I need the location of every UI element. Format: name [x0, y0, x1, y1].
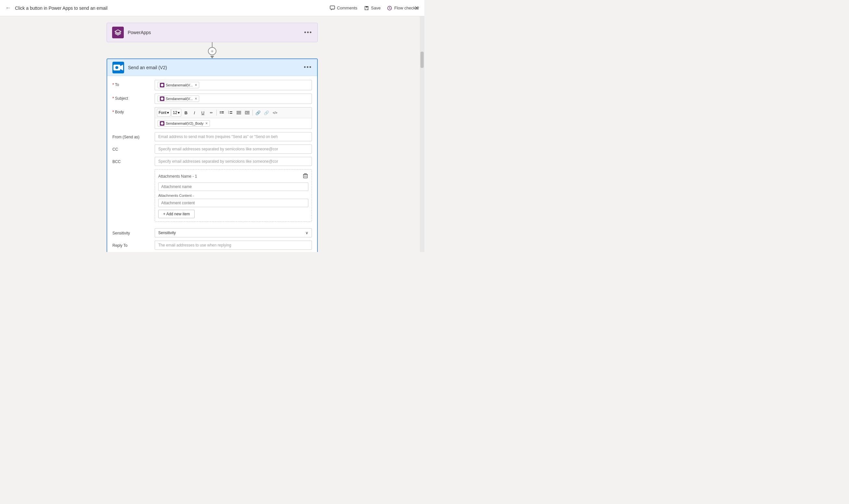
- to-field-row: To Sendanemail(V... ×: [112, 80, 312, 90]
- svg-rect-11: [230, 111, 232, 112]
- back-button[interactable]: ←: [5, 4, 11, 11]
- attachments-delete-button[interactable]: [302, 173, 308, 180]
- scrollbar-thumb[interactable]: [421, 52, 424, 68]
- svg-point-3: [116, 66, 118, 69]
- reply-to-input[interactable]: The email addresses to use when replying: [155, 241, 312, 250]
- body-label: Body: [112, 107, 155, 114]
- add-item-button[interactable]: + Add new item: [158, 210, 195, 218]
- svg-rect-18: [246, 112, 249, 113]
- svg-rect-15: [238, 112, 241, 113]
- email-block-more-button[interactable]: •••: [304, 64, 312, 71]
- svg-point-5: [161, 97, 163, 100]
- comments-button[interactable]: Comments: [330, 5, 357, 11]
- font-label: Font: [159, 110, 166, 115]
- sensitivity-label: Sensitivity: [112, 228, 155, 235]
- numbered-list-button[interactable]: 1.2.: [227, 109, 234, 116]
- attachments-area: Attachments Name - 1 Attachments Name - …: [155, 169, 312, 225]
- size-dropdown[interactable]: 12 ▾: [171, 109, 181, 116]
- subject-token-label: Sendanemail(V...: [166, 97, 193, 101]
- powerapps-more-button[interactable]: •••: [304, 29, 312, 36]
- subject-input-area: Sendanemail(V... ×: [155, 93, 312, 104]
- subject-field-row: Subject Sendanemail(V... ×: [112, 93, 312, 104]
- to-token-label: Sendanemail(V...: [166, 83, 193, 87]
- svg-rect-17: [245, 111, 249, 112]
- svg-rect-7: [221, 111, 224, 112]
- subject-token: Sendanemail(V... ×: [158, 95, 199, 102]
- bold-button[interactable]: B: [182, 109, 190, 116]
- svg-rect-21: [303, 174, 307, 178]
- to-token-close[interactable]: ×: [195, 83, 197, 87]
- flow-container: PowerApps ••• + Send an email (V2) •••: [0, 23, 424, 252]
- page-title: Click a button in Power Apps to send an …: [15, 5, 330, 11]
- from-field-row: From (Send as) Email address to send mai…: [112, 132, 312, 141]
- cc-field-row: CC Specify email addresses separated by …: [112, 145, 312, 154]
- toolbar-divider-2: [252, 110, 253, 115]
- svg-rect-0: [330, 6, 335, 9]
- to-token-input[interactable]: Sendanemail(V... ×: [155, 80, 312, 90]
- add-item-label: + Add new item: [163, 212, 190, 216]
- cc-input[interactable]: Specify email addresses separated by sem…: [155, 145, 312, 154]
- sensitivity-value: Sensitivity: [158, 231, 176, 235]
- body-content[interactable]: Sendanemail(V2)_Body ×: [155, 118, 312, 129]
- bullet-list-button[interactable]: [218, 109, 226, 116]
- code-button[interactable]: </>: [271, 109, 279, 116]
- font-dropdown[interactable]: Font ▾: [157, 109, 171, 116]
- close-button[interactable]: ✕: [414, 4, 419, 12]
- scrollbar[interactable]: [420, 16, 424, 252]
- sensitivity-field-row: Sensitivity Sensitivity ∨: [112, 228, 312, 237]
- bcc-label: BCC: [112, 157, 155, 164]
- indent-decrease-button[interactable]: [235, 109, 243, 116]
- svg-text:2.: 2.: [228, 112, 229, 114]
- subject-token-icon: [160, 96, 164, 101]
- title-bar: ← Click a button in Power Apps to send a…: [0, 0, 424, 16]
- add-step-button[interactable]: +: [208, 47, 216, 55]
- sensitivity-chevron-icon: ∨: [305, 231, 308, 235]
- italic-button[interactable]: I: [190, 109, 198, 116]
- size-label: 12: [173, 110, 177, 115]
- attachments-section: Attachments Name - 1 Attachments Name - …: [155, 169, 312, 222]
- bcc-field-row: BCC Specify email addresses separated by…: [112, 157, 312, 166]
- from-input[interactable]: Email address to send mail from (require…: [155, 132, 312, 141]
- body-editor: Font ▾ 12 ▾ B I U ✏: [155, 107, 312, 129]
- reply-to-field-row: Reply To The email addresses to use when…: [112, 241, 312, 250]
- attachments-title: Attachments Name - 1: [158, 174, 197, 179]
- sensitivity-input-area: Sensitivity ∨: [155, 228, 312, 237]
- connector-arrow: [210, 56, 214, 58]
- unlink-button[interactable]: 🔗: [263, 109, 270, 116]
- body-field-row: Body Font ▾ 12 ▾: [112, 107, 312, 129]
- subject-token-input[interactable]: Sendanemail(V... ×: [155, 93, 312, 104]
- email-block-header: Send an email (V2) •••: [107, 59, 317, 76]
- size-chevron-icon: ▾: [178, 110, 180, 115]
- powerapps-block: PowerApps •••: [107, 23, 318, 42]
- attachment-content-label: Attachments Content -: [158, 194, 308, 197]
- body-input-area: Font ▾ 12 ▾ B I U ✏: [155, 107, 312, 129]
- body-toolbar: Font ▾ 12 ▾ B I U ✏: [155, 107, 312, 118]
- powerapps-title: PowerApps: [128, 30, 304, 35]
- link-button[interactable]: 🔗: [254, 109, 262, 116]
- body-token-label: Sendanemail(V2)_Body: [166, 122, 204, 125]
- attachment-name-input[interactable]: [158, 182, 308, 191]
- to-input-area: Sendanemail(V... ×: [155, 80, 312, 90]
- sensitivity-dropdown[interactable]: Sensitivity ∨: [155, 228, 312, 237]
- attachments-header: Attachments Name - 1: [158, 173, 308, 180]
- svg-point-4: [161, 84, 163, 86]
- connector: +: [208, 42, 216, 58]
- svg-rect-19: [245, 114, 249, 114]
- bcc-input-area: Specify email addresses separated by sem…: [155, 157, 312, 166]
- svg-rect-14: [236, 111, 241, 112]
- email-block: Send an email (V2) ••• To Sendanemail(V.: [107, 58, 318, 252]
- svg-rect-9: [221, 113, 224, 113]
- save-button[interactable]: Save: [364, 5, 381, 11]
- bcc-input[interactable]: Specify email addresses separated by sem…: [155, 157, 312, 166]
- attachment-content-input[interactable]: [158, 199, 308, 207]
- title-bar-actions: Comments Save Flow checker: [330, 5, 419, 11]
- to-token: Sendanemail(V... ×: [158, 82, 199, 88]
- svg-rect-16: [236, 114, 241, 114]
- outlook-icon: [112, 62, 124, 73]
- cc-input-area: Specify email addresses separated by sem…: [155, 145, 312, 154]
- indent-increase-button[interactable]: [243, 109, 251, 116]
- body-token-close[interactable]: ×: [205, 121, 208, 126]
- pen-button[interactable]: ✏: [207, 109, 215, 116]
- underline-button[interactable]: U: [199, 109, 207, 116]
- subject-token-close[interactable]: ×: [195, 96, 197, 101]
